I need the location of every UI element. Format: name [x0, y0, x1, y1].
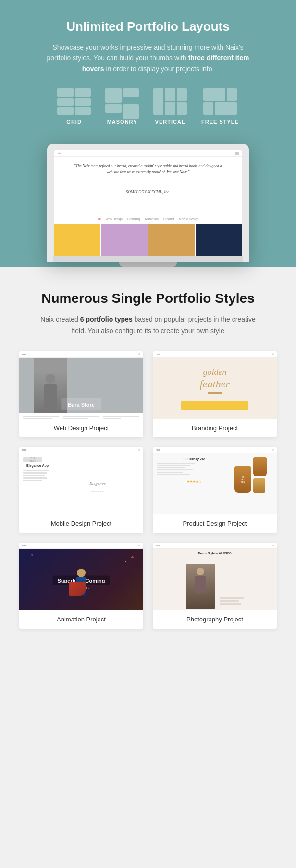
laptop-stand-container: [14, 262, 282, 267]
mobile-content: THEBEST Elegance App Elegance ──────: [19, 453, 143, 514]
section-single-portfolio: Numerous Single Portfolio Styles Naix cr…: [0, 267, 296, 638]
card-product-browser-chrome: naix: [153, 447, 277, 453]
laptop-tab-product[interactable]: Product: [163, 217, 174, 221]
card-web-design[interactable]: naix Bara Store: [19, 351, 143, 437]
branding-text-feather: feather: [200, 378, 230, 390]
card-photography-browser-chrome: naix: [153, 543, 277, 549]
product-title: Hi! Honey Jar: [157, 457, 232, 460]
card-mobile-preview: naix THEBEST Elegance App: [19, 447, 143, 514]
layout-freestyle[interactable]: FREE STYLE: [201, 88, 239, 124]
honey-jar-small-2: [253, 478, 265, 493]
laptop-screen: naix "The Naix team refined our brand, c…: [54, 150, 242, 256]
masonry-label: MASONRY: [107, 119, 137, 124]
laptop-quote-area: "The Naix team refined our brand, create…: [54, 157, 242, 214]
portfolio-thumb-3: [148, 224, 195, 256]
laptop-tab-webdesign[interactable]: Web Design: [106, 217, 123, 221]
bara-store-overlay: Bara Store: [61, 398, 101, 410]
honey-jars: HIHONEY: [234, 457, 273, 493]
laptop-portfolio-grid: [54, 224, 242, 256]
freestyle-label: FREE STYLE: [201, 119, 239, 124]
card-web-design-label: Web Design Project: [19, 419, 143, 437]
grid-label: GRID: [66, 119, 82, 124]
card-mobile-browser-chrome: naix: [19, 447, 143, 453]
portfolio-thumb-4: [196, 224, 243, 256]
layout-vertical[interactable]: VERTICAL: [153, 88, 187, 124]
laptop-nav-menu: [235, 152, 239, 155]
bara-store-image: Bara Store: [19, 358, 143, 419]
card-branding[interactable]: naix golden feather Branding Project: [153, 351, 277, 437]
card-product-label: Product Design Project: [153, 514, 277, 533]
person-photo: [186, 564, 215, 609]
laptop-quote-author: SOMEBODY SPECIAL, Inc.: [73, 189, 223, 195]
honey-jar-big: HIHONEY: [234, 466, 251, 493]
superhero-figure: [76, 569, 86, 596]
layout-icons-row: GRID MASONRY VERTICAL: [14, 88, 282, 124]
portfolio-thumb-2: [101, 224, 148, 256]
card-photography-label: Photography Project: [153, 610, 277, 629]
superhero-content: Superhero Coming AMAZING: [19, 549, 143, 610]
laptop-nav-logo: naix: [57, 152, 61, 155]
product-lines: [157, 463, 232, 475]
section1-title: Unlimited Portfolio Layouts: [14, 19, 282, 34]
product-left: Hi! Honey Jar ★★★★☆: [157, 457, 232, 514]
card-web-design-preview: naix Bara Store: [19, 351, 143, 419]
vertical-label: VERTICAL: [155, 119, 185, 124]
cape: [69, 582, 86, 596]
card-branding-browser-chrome: naix: [153, 351, 277, 358]
photography-content: Denim Style In A6 VSCO: [153, 549, 277, 610]
laptop-browser-chrome: naix: [54, 150, 242, 157]
laptop-filter-tabs: All Web Design Branding Animation Produc…: [54, 214, 242, 224]
laptop-tab-branding[interactable]: Branding: [127, 217, 140, 221]
photography-title: Denim Style In A6 VSCO: [198, 552, 231, 555]
bara-store-info: [19, 413, 143, 419]
mobile-title: Elegance App: [23, 464, 52, 467]
branding-yellow-bar: [181, 401, 248, 410]
layout-grid[interactable]: GRID: [57, 88, 91, 124]
mobile-lines: [23, 470, 52, 481]
branding-text-golden: golden: [203, 367, 226, 377]
laptop-tab-all[interactable]: All: [97, 217, 100, 221]
portfolio-cards-grid: naix Bara Store: [19, 351, 277, 629]
card-branding-preview: naix golden feather: [153, 351, 277, 419]
card-animation[interactable]: naix: [19, 543, 143, 629]
card-product-design[interactable]: naix Hi! Honey Jar: [153, 447, 277, 533]
card-web-browser-chrome: naix: [19, 351, 143, 358]
section2-description: Naix created 6 portfolio types based on …: [37, 314, 259, 337]
freestyle-icon: [203, 88, 237, 115]
grid-icon: [57, 88, 91, 115]
particle-3: [31, 554, 33, 556]
honey-jar-small-1: [253, 457, 267, 476]
portfolio-thumb-1: [54, 224, 100, 256]
mobile-right: Elegance ──────: [56, 457, 139, 514]
card-photography[interactable]: naix Denim Style In A6 VSCO: [153, 543, 277, 629]
mobile-left: THEBEST Elegance App: [23, 457, 52, 514]
card-animation-preview: naix: [19, 543, 143, 610]
section2-title: Numerous Single Portfolio Styles: [19, 291, 277, 306]
laptop-tab-mobile[interactable]: Mobile Design: [179, 217, 198, 221]
laptop-base: [53, 256, 243, 262]
masonry-icon: [105, 88, 139, 115]
card-product-preview: naix Hi! Honey Jar: [153, 447, 277, 514]
bara-store-text: Bara Store: [68, 402, 95, 408]
product-right: HIHONEY: [234, 457, 273, 514]
section-portfolio-layouts: Unlimited Portfolio Layouts Showcase you…: [0, 0, 296, 267]
laptop-mockup: naix "The Naix team refined our brand, c…: [14, 139, 282, 262]
laptop-stand: [119, 262, 177, 267]
branding-script-text: golden feather: [200, 367, 230, 394]
vertical-icon: [153, 88, 187, 115]
layout-masonry[interactable]: MASONRY: [105, 88, 139, 124]
particle-2: [125, 561, 126, 562]
card-mobile-label: Mobile Design Project: [19, 514, 143, 533]
card-animation-browser-chrome: naix: [19, 543, 143, 549]
card-animation-label: Animation Project: [19, 610, 143, 629]
branding-content: golden feather: [153, 358, 277, 419]
card-photography-preview: naix Denim Style In A6 VSCO: [153, 543, 277, 610]
section1-description: Showcase your works impressive and stunn…: [42, 42, 254, 74]
card-mobile-design[interactable]: naix THEBEST Elegance App: [19, 447, 143, 533]
laptop-tab-animation[interactable]: Animation: [145, 217, 159, 221]
laptop-quote-text: "The Naix team refined our brand, create…: [73, 163, 223, 175]
particle-1: [131, 556, 134, 558]
laptop-outer: naix "The Naix team refined our brand, c…: [47, 144, 249, 262]
product-content: Hi! Honey Jar ★★★★☆: [153, 453, 277, 514]
card-branding-label: Branding Project: [153, 419, 277, 437]
